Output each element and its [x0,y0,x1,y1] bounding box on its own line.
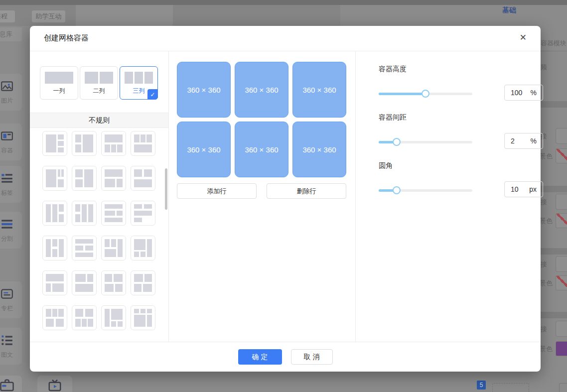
irregular-layout-2[interactable] [72,131,97,156]
divider-icon [0,218,13,233]
grid-cell[interactable]: 360 × 360 [292,122,346,177]
color-label: 景色 [540,345,553,354]
irregular-layout-grid [42,131,157,330]
irregular-layout-7[interactable] [101,166,126,191]
sidebar-item-专栏[interactable]: 专栏 [0,281,22,318]
irregular-layout-14[interactable] [72,236,97,261]
irregular-layout-8[interactable] [131,166,155,191]
irregular-layout-3[interactable] [101,131,126,156]
image-icon [0,80,13,95]
add-row-button[interactable]: 添加行 [177,183,257,199]
sidebar-item-分割[interactable]: 分割 [0,212,22,249]
color-swatch[interactable] [556,341,567,356]
irregular-layout-17[interactable] [42,270,67,295]
slider-handle[interactable] [422,90,429,98]
sidebar-item-容器[interactable]: 容器 [0,124,22,160]
top-panel [76,5,173,26]
layout-preview [85,72,113,84]
right-panel-band [541,101,567,108]
selected-check-icon: ✓ [147,89,158,100]
irregular-layout-23[interactable] [101,305,126,330]
sidebar-item-图文[interactable]: 图文 [0,328,22,365]
page-badge: 5 [477,381,486,390]
value-number: 100 [511,89,522,97]
small-box [559,383,567,392]
right-panel-divider [541,51,567,51]
layout-option-2-col[interactable]: 二列 [80,66,118,100]
tab-basic[interactable]: 基础 [502,6,516,15]
value-input[interactable]: 100% [504,85,543,101]
irregular-layout-20[interactable] [131,270,155,295]
value-input[interactable]: 2% [504,133,543,149]
link-input[interactable] [556,256,567,272]
irregular-layout-9[interactable] [42,201,67,226]
top-tab[interactable]: 助学互动 [32,10,65,22]
control-group: 容器间距2% [379,113,543,153]
slider-handle[interactable] [393,138,401,146]
cancel-button[interactable]: 取 消 [291,349,333,365]
link-input[interactable] [556,194,567,210]
slider-handle[interactable] [393,186,401,194]
left-panel-scrollbar[interactable] [165,168,167,210]
grid-cell[interactable]: 360 × 360 [292,62,346,118]
value-number: 10 [511,185,519,193]
irregular-layout-15[interactable] [101,236,126,261]
irregular-layout-22[interactable] [72,305,97,330]
irregular-layout-18[interactable] [72,270,97,295]
dialog-body: 一列二列三列✓ 不规则 360 × 360360 × 360360 × 3603… [30,51,541,342]
top-tab[interactable]: 课程 [0,10,15,22]
irregular-layout-16[interactable] [131,236,155,261]
toolbar-item[interactable] [37,376,72,392]
irregular-layout-1[interactable] [42,131,67,156]
grid-cell[interactable]: 360 × 360 [235,122,288,177]
value-unit: px [529,185,537,193]
remove-row-button[interactable]: 删除行 [267,183,346,199]
irregular-layout-5[interactable] [42,166,67,191]
slider-track[interactable] [379,141,472,143]
confirm-button[interactable]: 确 定 [238,349,282,365]
left-panel-divider [168,51,169,342]
link-label: 接 [541,260,547,269]
layout-option-3-col[interactable]: 三列✓ [120,66,158,100]
sidebar-item-label: 标签 [1,189,13,197]
color-label: 景色 [540,217,553,226]
grid-cell[interactable]: 360 × 360 [177,122,231,177]
column-icon [0,287,13,302]
sidebar-item-图片[interactable]: 图片 [0,74,22,111]
irregular-layout-19[interactable] [101,270,126,295]
irregular-layout-13[interactable] [42,236,67,261]
irregular-layout-6[interactable] [72,166,97,191]
irregular-layout-11[interactable] [101,201,126,226]
irregular-layout-24[interactable] [131,305,155,330]
color-swatch[interactable] [556,213,567,228]
toolbar-item[interactable] [0,376,22,392]
sidebar-item-label: 图文 [1,351,13,359]
sidebar-item-label: 分割 [1,235,13,243]
irregular-layout-21[interactable] [42,305,67,330]
color-swatch[interactable] [556,148,567,163]
grid-cell[interactable]: 360 × 360 [235,62,288,118]
link-label: 接 [541,325,547,334]
control-label: 容器间距 [379,113,407,122]
close-icon[interactable]: ✕ [520,33,527,43]
irregular-layout-10[interactable] [72,201,97,226]
article-icon [0,334,13,349]
sidebar-item-label: 图片 [1,97,13,105]
color-label: 景色 [540,152,553,161]
layout-option-1-col[interactable]: 一列 [40,66,78,100]
link-input[interactable] [556,321,567,337]
sidebar-item-标签[interactable]: 标签 [0,166,22,203]
dashed-box [492,383,529,392]
irregular-layout-12[interactable] [131,201,155,226]
grid-cell[interactable]: 360 × 360 [177,62,231,118]
top-tab-info[interactable]: 息库 [0,27,22,41]
irregular-layout-4[interactable] [131,131,155,156]
color-swatch[interactable] [556,275,567,290]
value-input[interactable]: 10px [504,181,543,197]
irregular-section-header: 不规则 [30,113,168,128]
slider-track[interactable] [379,189,472,192]
value-unit: % [531,89,537,97]
layout-option-label: 三列 [133,87,145,95]
slider-track[interactable] [379,93,472,95]
link-input[interactable] [556,128,567,144]
